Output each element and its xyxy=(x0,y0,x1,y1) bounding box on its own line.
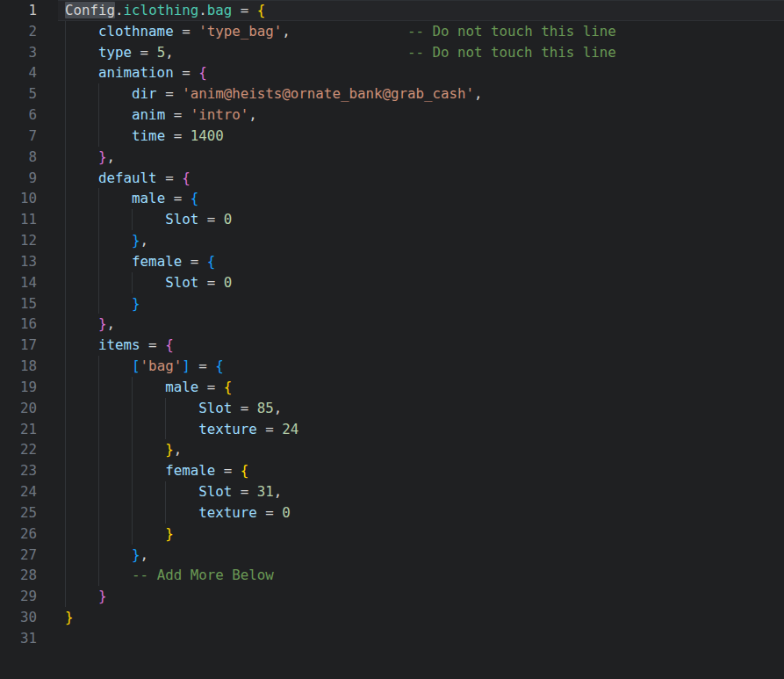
code-line[interactable]: items = { xyxy=(0,335,784,356)
code-line[interactable]: texture = 24 xyxy=(0,419,784,440)
code-line[interactable]: time = 1400 xyxy=(0,126,784,147)
line-number[interactable]: 12 xyxy=(0,230,37,251)
line-number[interactable]: 24 xyxy=(0,481,37,502)
token: female xyxy=(132,253,182,270)
code-line[interactable]: default = { xyxy=(0,168,784,189)
token: } xyxy=(98,315,107,332)
line-number[interactable]: 9 xyxy=(0,168,37,189)
code-line[interactable] xyxy=(0,628,784,649)
line-number[interactable]: 19 xyxy=(0,377,37,398)
code-line[interactable]: dir = 'anim@heists@ornate_bank@grab_cash… xyxy=(0,83,784,105)
code-text: }, xyxy=(0,230,784,251)
line-number[interactable]: 6 xyxy=(0,105,37,126)
code-text: Slot = 31, xyxy=(0,481,784,502)
token xyxy=(65,190,132,206)
code-line[interactable]: female = { xyxy=(0,251,784,272)
token xyxy=(65,274,165,291)
line-number[interactable]: 25 xyxy=(0,502,37,524)
code-line[interactable]: ['bag'] = { xyxy=(0,356,784,377)
code-line[interactable]: }, xyxy=(0,545,784,566)
code-line[interactable]: Config.iclothing.bag = { xyxy=(0,0,784,21)
code-line[interactable]: female = { xyxy=(0,460,784,481)
token xyxy=(65,23,98,40)
token: , xyxy=(107,315,116,332)
code-line[interactable]: } xyxy=(0,293,784,314)
token xyxy=(65,400,198,416)
token: Slot xyxy=(198,400,232,416)
line-number[interactable]: 11 xyxy=(0,209,37,230)
code-line[interactable]: texture = 0 xyxy=(0,502,784,524)
line-number[interactable]: 20 xyxy=(0,398,37,419)
code-line[interactable]: anim = 'intro', xyxy=(0,105,784,126)
line-number[interactable]: 14 xyxy=(0,272,37,293)
line-number[interactable]: 2 xyxy=(0,21,37,42)
token: . xyxy=(115,2,124,18)
token: { xyxy=(207,253,216,270)
line-number[interactable]: 8 xyxy=(0,147,37,168)
code-line[interactable]: Slot = 0 xyxy=(0,209,784,230)
line-number[interactable]: 7 xyxy=(0,126,37,147)
token: , xyxy=(274,400,283,416)
line-number[interactable]: 29 xyxy=(0,586,37,607)
token: = xyxy=(232,2,257,18)
token xyxy=(65,546,132,563)
token: , xyxy=(140,232,149,249)
code-line[interactable]: type = 5, -- Do not touch this line xyxy=(0,42,784,63)
token: 0 xyxy=(282,504,291,521)
token: = xyxy=(165,190,191,206)
code-text: items = { xyxy=(0,335,784,356)
line-number[interactable]: 23 xyxy=(0,460,37,481)
token: , xyxy=(140,546,149,563)
code-line[interactable]: Slot = 0 xyxy=(0,272,784,293)
code-line[interactable]: male = { xyxy=(0,377,784,398)
line-number[interactable]: 31 xyxy=(0,628,37,649)
line-number[interactable]: 18 xyxy=(0,356,37,377)
line-number[interactable]: 5 xyxy=(0,83,37,105)
line-number[interactable]: 27 xyxy=(0,545,37,566)
token: -- Add More Below xyxy=(132,567,274,583)
line-number[interactable]: 4 xyxy=(0,62,37,83)
code-line[interactable]: clothname = 'type_bag', -- Do not touch … xyxy=(0,21,784,42)
code-editor[interactable]: Config.iclothing.bag = { clothname = 'ty… xyxy=(0,0,784,679)
line-number[interactable]: 10 xyxy=(0,188,37,209)
code-line[interactable]: }, xyxy=(0,439,784,460)
token: = xyxy=(174,23,199,40)
code-line[interactable]: } xyxy=(0,607,784,628)
line-number[interactable]: 26 xyxy=(0,524,37,545)
code-line[interactable]: Slot = 31, xyxy=(0,481,784,502)
line-number[interactable]: 22 xyxy=(0,439,37,460)
code-text: anim = 'intro', xyxy=(0,105,784,126)
line-number[interactable]: 16 xyxy=(0,314,37,335)
line-number[interactable]: 17 xyxy=(0,335,37,356)
line-number[interactable]: 15 xyxy=(0,293,37,314)
line-number[interactable]: 21 xyxy=(0,419,37,440)
line-number[interactable]: 1 xyxy=(0,0,37,21)
code-line[interactable]: } xyxy=(0,586,784,607)
code-line[interactable]: }, xyxy=(0,230,784,251)
code-line[interactable]: }, xyxy=(0,314,784,335)
code-line[interactable]: Slot = 85, xyxy=(0,398,784,419)
code-text: } xyxy=(0,524,784,545)
token: anim xyxy=(132,106,165,123)
code-line[interactable]: male = { xyxy=(0,188,784,209)
token: = xyxy=(257,504,283,521)
code-line[interactable]: } xyxy=(0,524,784,545)
code-text: animation = { xyxy=(0,62,784,83)
line-number[interactable]: 3 xyxy=(0,42,37,63)
code-line[interactable]: -- Add More Below xyxy=(0,565,784,586)
token xyxy=(65,588,98,604)
line-number[interactable]: 13 xyxy=(0,251,37,272)
token: = xyxy=(232,400,257,416)
token xyxy=(65,232,132,249)
line-number[interactable]: 30 xyxy=(0,607,37,628)
line-number-gutter[interactable]: 1234567891011121314151617181920212223242… xyxy=(0,0,37,649)
token: animation xyxy=(98,64,174,81)
code-line[interactable]: animation = { xyxy=(0,62,784,83)
code-text: time = 1400 xyxy=(0,126,784,147)
token: = xyxy=(191,358,216,374)
token: { xyxy=(257,2,266,18)
code-text: } xyxy=(0,607,784,628)
line-number[interactable]: 28 xyxy=(0,565,37,586)
token: 'bag' xyxy=(140,358,183,374)
code-line[interactable]: }, xyxy=(0,147,784,168)
